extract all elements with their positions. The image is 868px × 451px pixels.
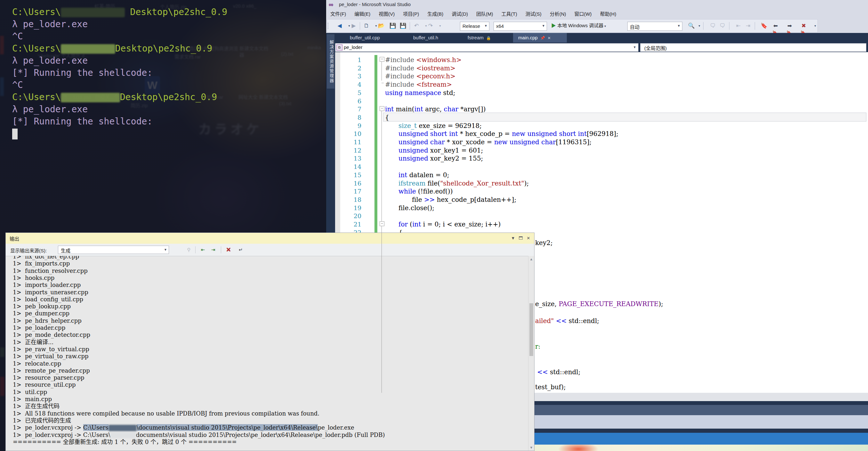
tab-fstream[interactable]: fstream🔒 xyxy=(463,33,498,42)
toolbar-grip[interactable] xyxy=(328,23,330,29)
fold-collapse-icon[interactable]: − xyxy=(380,221,384,226)
output-line-prefix: 1> xyxy=(13,282,22,289)
menu-item-h[interactable]: 帮助(H) xyxy=(596,9,621,18)
pin-icon[interactable]: 📌 xyxy=(540,36,545,40)
overflow-dropdown-icon[interactable]: ▾ xyxy=(695,22,704,30)
output-source-combobox[interactable]: 生成 ▼ xyxy=(58,246,169,254)
code-token: #include xyxy=(385,80,416,88)
decrease-indent-icon[interactable]: ⇤ xyxy=(734,22,743,30)
output-line-text: relocate.cpp xyxy=(25,360,61,367)
previous-bookmark-icon[interactable]: ⬅🔖 xyxy=(771,22,780,30)
code-token: >> xyxy=(424,196,435,203)
redo-icon[interactable]: ↷ xyxy=(426,22,435,30)
scroll-up-icon[interactable]: ▲ xyxy=(529,257,533,261)
save-all-icon[interactable]: 💾 xyxy=(399,22,407,30)
tab-label: fstream xyxy=(468,35,484,40)
tab-buffer_util-cpp[interactable]: buffer_util.cpp xyxy=(345,33,399,42)
comment-icon[interactable]: 🗨 xyxy=(709,22,717,30)
visual-studio-logo-icon: ∞ xyxy=(329,1,336,8)
word-wrap-icon[interactable]: ↵ xyxy=(237,246,245,253)
menu-item-f[interactable]: 文件(F) xyxy=(326,9,350,18)
output-text-segment: documents\visual studio 2015\Projects\pe… xyxy=(136,431,385,438)
find-message-icon[interactable]: ⚲ xyxy=(185,246,193,253)
menu-item-t[interactable]: 工具(T) xyxy=(497,9,521,18)
clear-all-icon[interactable]: 🗙 xyxy=(225,246,232,253)
tab-label: main.cpp xyxy=(518,35,538,40)
redo-dropdown-icon[interactable]: ▾ xyxy=(436,22,444,30)
menu-item-p[interactable]: 项目(P) xyxy=(399,9,423,18)
code-token: r: xyxy=(535,343,540,350)
output-titlebar[interactable]: 输出 ▼ 🗖 ✕ xyxy=(6,233,534,244)
close-icon[interactable]: ✕ xyxy=(525,235,532,241)
navigate-back-icon[interactable]: ◀ xyxy=(335,22,344,30)
menu-item-n[interactable]: 分析(N) xyxy=(546,9,570,18)
increase-indent-icon[interactable]: ⇥ xyxy=(744,22,752,30)
auto-combobox[interactable]: 自动 ▼ xyxy=(627,22,682,31)
menu-item-d[interactable]: 调试(D) xyxy=(447,9,472,18)
scope-combobox[interactable]: ⧉ pe_loder ▼ xyxy=(335,43,639,52)
find-in-files-icon[interactable]: 🔍 xyxy=(687,22,695,30)
member-combobox[interactable]: (全局范围) xyxy=(640,43,866,52)
code-token: ifstream xyxy=(399,180,425,187)
close-icon[interactable]: ✕ xyxy=(548,36,551,40)
code-token: <peconv.h> xyxy=(416,72,456,80)
next-bookmark-icon[interactable]: ➡🔖 xyxy=(785,22,794,30)
code-line: ifstream file("shellcode_Xor_result.txt"… xyxy=(399,179,529,187)
terminal-text: C:\Users\ xyxy=(12,7,61,17)
terminal-text: λ pe_loder.exe xyxy=(12,55,88,66)
new-file-icon[interactable]: 🗋 xyxy=(362,22,371,30)
output-line-prefix: 1> xyxy=(13,360,22,367)
code-line: for (int i = 0; i < exe_size; i++) xyxy=(399,220,501,228)
menu-item-b[interactable]: 生成(B) xyxy=(423,9,447,18)
code-token: size_t xyxy=(399,122,417,130)
terminal-line: [*] Running the shellcode: xyxy=(12,67,152,79)
line-number: 20 xyxy=(341,212,361,220)
maximize-icon[interactable]: 🗖 xyxy=(518,235,524,241)
start-debugging-button[interactable]: ▶ 本地 Windows 调试器 ▾ xyxy=(551,22,606,30)
output-line-text: resource_util.cpp xyxy=(25,381,75,388)
menu-item-v[interactable]: 视图(V) xyxy=(374,9,399,18)
redacted-text xyxy=(61,93,120,102)
platform-combobox[interactable]: x64 ▼ xyxy=(494,22,547,31)
next-message-icon[interactable]: ⇥ xyxy=(209,246,217,253)
tab-main-cpp[interactable]: main.cpp📌✕ xyxy=(513,33,567,42)
code-token: #include xyxy=(385,72,416,80)
output-line-text: remote_pe_reader.cpp xyxy=(25,367,90,374)
code-token: main( xyxy=(394,105,414,113)
previous-message-icon[interactable]: ⇤ xyxy=(199,246,207,253)
terminal-line: ^C xyxy=(12,79,23,91)
window-position-icon[interactable]: ▼ xyxy=(510,235,516,241)
open-file-icon[interactable]: 📂 xyxy=(377,22,385,30)
fold-collapse-icon[interactable]: − xyxy=(380,57,384,62)
menu-item-s[interactable]: 测试(S) xyxy=(521,9,546,18)
output-log[interactable]: 1>fix_dot_net_ep.cpp1>fix_imports.cpp1>f… xyxy=(6,256,528,451)
scroll-down-icon[interactable]: ▼ xyxy=(529,446,533,449)
debugger-label: 本地 Windows 调试器 xyxy=(557,23,603,28)
solution-explorer-collapsed-tab[interactable]: 解决方案资源管理器 xyxy=(327,34,335,89)
uncomment-icon[interactable]: 🗨 xyxy=(718,22,726,30)
output-scrollbar[interactable]: ▲ ▼ xyxy=(528,256,534,451)
redacted-text xyxy=(111,432,136,438)
menu-item-m[interactable]: 团队(M) xyxy=(472,9,497,18)
menu-item-w[interactable]: 窗口(W) xyxy=(570,9,596,18)
terminal-line: [*] Running the shellcode: xyxy=(12,116,152,127)
line-number: 21 xyxy=(341,220,361,228)
line-number: 5 xyxy=(341,89,361,97)
toolbar-overflow-icon[interactable]: ▾ xyxy=(811,22,819,30)
code-line: file.close(); xyxy=(399,204,434,212)
code-fragment: ailed" << std::endl; xyxy=(535,317,599,325)
save-icon[interactable]: 💾 xyxy=(389,22,397,30)
code-token: * hex_code_p = xyxy=(458,130,512,137)
fold-collapse-icon[interactable]: − xyxy=(380,106,384,111)
configuration-combobox[interactable]: Release ▼ xyxy=(460,22,489,31)
scrollbar-thumb[interactable] xyxy=(529,303,533,356)
menu-item-e[interactable]: 编辑(E) xyxy=(350,9,374,18)
navigate-forward-icon[interactable]: ▶ xyxy=(349,22,358,30)
code-token: new unsigned short int xyxy=(512,130,587,137)
clear-bookmarks-icon[interactable]: ✖🔖 xyxy=(800,22,808,30)
toggle-bookmark-icon[interactable]: 🔖 xyxy=(760,22,768,30)
code-fragment: e_size, PAGE_EXECUTE_READWRITE); xyxy=(535,300,663,308)
undo-icon[interactable]: ↶ xyxy=(412,22,421,30)
tab-buffer_util-h[interactable]: buffer_util.h xyxy=(408,33,457,42)
vs-titlebar[interactable]: ∞ pe_loder - Microsoft Visual Studio xyxy=(326,0,868,9)
